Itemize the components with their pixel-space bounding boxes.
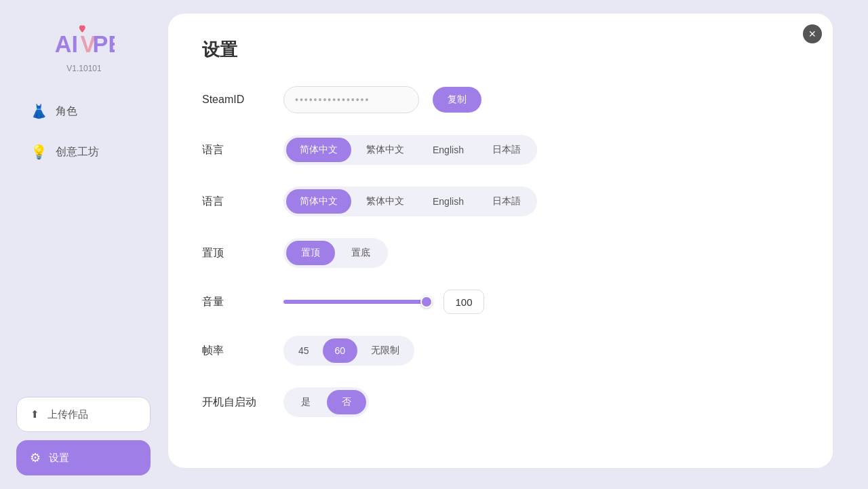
svg-text:AI: AI bbox=[55, 31, 78, 56]
lang2-btn-3[interactable]: 日本語 bbox=[479, 189, 534, 214]
sidebar-item-role[interactable]: 👗 角色 bbox=[17, 94, 151, 129]
fps-label: 帧率 bbox=[202, 344, 270, 358]
sidebar: AI V PET V1.10101 👗 角色 💡 创意工坊 ⬆ 上传作品 ⚙ 设… bbox=[0, 0, 168, 489]
lang1-btn-3[interactable]: 日本語 bbox=[479, 138, 534, 162]
language1-label: 语言 bbox=[202, 143, 270, 157]
volume-label: 音量 bbox=[202, 295, 270, 309]
sidebar-bottom: ⬆ 上传作品 ⚙ 设置 bbox=[16, 397, 151, 475]
upload-icon: ⬆ bbox=[31, 408, 39, 420]
lang1-btn-1[interactable]: 繁体中文 bbox=[353, 138, 418, 162]
autostart-row: 开机自启动 是 否 bbox=[202, 387, 799, 417]
lang2-btn-0[interactable]: 简体中文 bbox=[286, 189, 351, 214]
sidebar-item-creative-label: 创意工坊 bbox=[56, 145, 99, 159]
lang1-btn-2[interactable]: English bbox=[419, 138, 477, 162]
pin-btn-1[interactable]: 置底 bbox=[336, 241, 385, 265]
fps-group: 45 60 无限制 bbox=[283, 336, 414, 366]
settings-button[interactable]: ⚙ 设置 bbox=[16, 440, 151, 475]
sidebar-item-role-label: 角色 bbox=[56, 104, 77, 119]
language2-label: 语言 bbox=[202, 195, 270, 209]
steamid-label: SteamID bbox=[202, 94, 270, 106]
close-button[interactable]: ✕ bbox=[803, 24, 822, 43]
pin-group: 置顶 置底 bbox=[283, 238, 388, 268]
steamid-input[interactable] bbox=[283, 86, 419, 113]
fps-btn-2[interactable]: 无限制 bbox=[359, 338, 412, 363]
close-icon: ✕ bbox=[808, 28, 816, 39]
language1-group: 简体中文 繁体中文 English 日本語 bbox=[283, 135, 537, 165]
sidebar-item-creative[interactable]: 💡 创意工坊 bbox=[17, 134, 151, 170]
version-label: V1.10101 bbox=[66, 64, 101, 73]
steamid-row: SteamID 复制 bbox=[202, 86, 799, 113]
logo: AI V PET bbox=[54, 20, 115, 61]
upload-button[interactable]: ⬆ 上传作品 bbox=[16, 397, 151, 432]
svg-text:PET: PET bbox=[93, 31, 115, 56]
fps-btn-0[interactable]: 45 bbox=[286, 338, 321, 363]
fps-row: 帧率 45 60 无限制 bbox=[202, 336, 799, 366]
language1-row: 语言 简体中文 繁体中文 English 日本語 bbox=[202, 135, 799, 165]
pin-label: 置顶 bbox=[202, 246, 270, 260]
autostart-label: 开机自启动 bbox=[202, 395, 270, 410]
language2-row: 语言 简体中文 繁体中文 English 日本語 bbox=[202, 187, 799, 216]
logo-area: AI V PET V1.10101 bbox=[54, 20, 115, 73]
lang1-btn-0[interactable]: 简体中文 bbox=[286, 138, 351, 162]
volume-value-input[interactable]: 100 bbox=[443, 290, 484, 314]
page-title: 设置 bbox=[202, 38, 799, 62]
pin-row: 置顶 置顶 置底 bbox=[202, 238, 799, 268]
autostart-btn-yes[interactable]: 是 bbox=[286, 390, 326, 414]
autostart-group: 是 否 bbox=[283, 387, 369, 417]
autostart-btn-no[interactable]: 否 bbox=[327, 390, 366, 414]
volume-row: 音量 100 bbox=[202, 290, 799, 314]
main-content: ✕ 设置 SteamID 复制 语言 简体中文 繁体中文 English 日本語… bbox=[168, 0, 868, 489]
fps-btn-1[interactable]: 60 bbox=[323, 338, 358, 363]
copy-button[interactable]: 复制 bbox=[433, 87, 481, 113]
lang2-btn-2[interactable]: English bbox=[419, 189, 477, 214]
volume-slider[interactable] bbox=[283, 300, 433, 304]
settings-panel: ✕ 设置 SteamID 复制 语言 简体中文 繁体中文 English 日本語… bbox=[168, 14, 833, 468]
pin-btn-0[interactable]: 置顶 bbox=[286, 241, 335, 265]
language2-group: 简体中文 繁体中文 English 日本語 bbox=[283, 187, 537, 216]
settings-icon: ⚙ bbox=[30, 450, 41, 465]
volume-controls: 100 bbox=[283, 290, 484, 314]
role-icon: 👗 bbox=[31, 103, 47, 119]
lang2-btn-1[interactable]: 繁体中文 bbox=[353, 189, 418, 214]
creative-icon: 💡 bbox=[31, 144, 47, 160]
settings-label: 设置 bbox=[49, 452, 69, 465]
upload-label: 上传作品 bbox=[47, 408, 88, 421]
